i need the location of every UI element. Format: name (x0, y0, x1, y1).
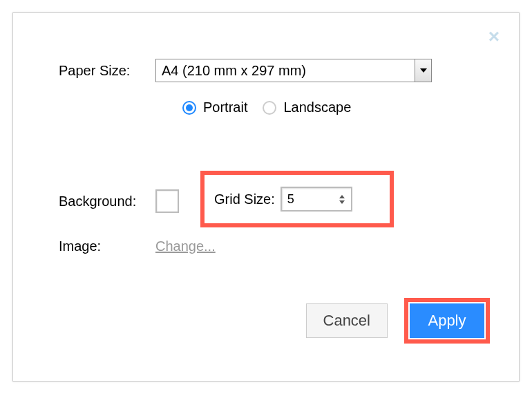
spinner-controls (336, 189, 348, 209)
grid-size-label: Grid Size: (214, 191, 275, 207)
portrait-label: Portrait (203, 100, 247, 115)
landscape-radio[interactable]: Landscape (263, 100, 351, 115)
grid-size-highlight: Grid Size: 5 (200, 171, 394, 227)
image-label: Image: (59, 238, 155, 254)
radio-icon (182, 101, 196, 115)
close-icon[interactable]: × (488, 27, 500, 46)
landscape-label: Landscape (283, 100, 351, 115)
apply-button[interactable]: Apply (410, 303, 484, 338)
paper-size-value: A4 (210 mm x 297 mm) (162, 63, 306, 79)
image-row: Image: Change... (59, 238, 216, 254)
portrait-radio[interactable]: Portrait (182, 100, 247, 115)
paper-size-select[interactable]: A4 (210 mm x 297 mm) (155, 59, 432, 82)
spinner-down-icon[interactable] (339, 200, 345, 204)
paper-size-row: Paper Size: A4 (210 mm x 297 mm) (59, 59, 432, 82)
radio-icon (263, 101, 276, 115)
page-setup-dialog: × Paper Size: A4 (210 mm x 297 mm) Portr… (12, 12, 520, 382)
background-label: Background: (59, 194, 155, 209)
background-row: Background: (59, 189, 200, 213)
dialog-buttons: Cancel Apply (306, 298, 490, 344)
grid-size-spinner[interactable]: 5 (281, 187, 352, 212)
dropdown-arrow-icon[interactable] (415, 59, 431, 82)
paper-size-label: Paper Size: (59, 63, 155, 79)
change-image-link[interactable]: Change... (155, 238, 216, 254)
grid-size-value: 5 (287, 192, 294, 207)
spinner-up-icon[interactable] (339, 195, 345, 198)
background-color-swatch[interactable] (155, 189, 179, 213)
cancel-button[interactable]: Cancel (306, 303, 388, 338)
orientation-row: Portrait Landscape (182, 100, 366, 115)
apply-button-highlight: Apply (404, 298, 490, 344)
